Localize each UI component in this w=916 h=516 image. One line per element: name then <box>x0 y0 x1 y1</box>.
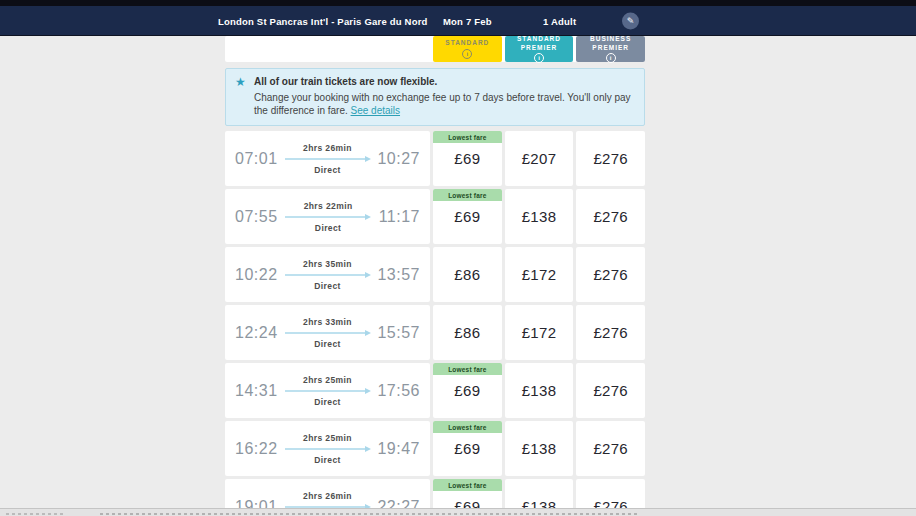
journey-duration: 2hrs 35min <box>303 259 352 269</box>
fare-price: £86 <box>454 324 480 341</box>
pencil-icon: ✎ <box>627 16 635 26</box>
fare-price: £207 <box>522 150 557 167</box>
journey-times-cell: 07:01 2hrs 26min Direct 10:27 <box>225 131 430 186</box>
fare-standard-premier-cell[interactable]: £207 <box>505 131 574 186</box>
fare-price: £172 <box>522 266 557 283</box>
lowest-fare-badge: Lowest fare <box>433 479 502 491</box>
fare-standard-cell[interactable]: Lowest fare £69 <box>433 131 502 186</box>
journey-mid-block: 2hrs 26min Direct <box>284 143 372 175</box>
see-details-link[interactable]: See details <box>351 105 400 116</box>
journey-stops: Direct <box>314 281 341 291</box>
journey-mid-block: 2hrs 35min Direct <box>284 259 372 291</box>
journey-arrow-icon <box>284 445 372 453</box>
info-icon[interactable]: i <box>534 53 544 63</box>
train-row: 10:22 2hrs 35min Direct 13:57 £86 £172 £… <box>225 247 645 302</box>
fare-class-header-row: STANDARD i STANDARD PREMIER i BUSINESS P… <box>225 36 645 62</box>
fare-standard-cell[interactable]: £86 <box>433 305 502 360</box>
results-panel: STANDARD i STANDARD PREMIER i BUSINESS P… <box>225 36 645 516</box>
fare-standard-premier-cell[interactable]: £172 <box>505 247 574 302</box>
fare-price: £276 <box>593 324 628 341</box>
tab-business-premier-label2: PREMIER <box>592 44 629 52</box>
journey-duration: 2hrs 25min <box>303 375 352 385</box>
journey-duration: 2hrs 33min <box>303 317 352 327</box>
journey-times-cell: 07:55 2hrs 22min Direct 11:17 <box>225 189 430 244</box>
fare-price: £69 <box>454 382 480 399</box>
fare-business-premier-cell[interactable]: £276 <box>576 305 645 360</box>
fare-standard-premier-cell[interactable]: £172 <box>505 305 574 360</box>
depart-time: 10:22 <box>235 266 278 284</box>
tab-standard[interactable]: STANDARD i <box>433 36 502 62</box>
fare-price: £276 <box>593 266 628 283</box>
journey-duration: 2hrs 26min <box>303 491 352 501</box>
journey-times-cell: 14:31 2hrs 25min Direct 17:56 <box>225 363 430 418</box>
arrive-time: 19:47 <box>377 440 420 458</box>
banner-title: All of our train tickets are now flexibl… <box>254 76 634 87</box>
depart-time: 14:31 <box>235 382 278 400</box>
fare-business-premier-cell[interactable]: £276 <box>576 421 645 476</box>
fare-price: £86 <box>454 266 480 283</box>
lowest-fare-badge: Lowest fare <box>433 189 502 201</box>
fare-price: £138 <box>522 382 557 399</box>
journey-times-cell: 12:24 2hrs 33min Direct 15:57 <box>225 305 430 360</box>
route-label: London St Pancras Int'l - Paris Gare du … <box>218 15 428 26</box>
travel-date-label: Mon 7 Feb <box>443 15 492 26</box>
fare-price: £69 <box>454 208 480 225</box>
clipped-footer-row <box>0 508 916 516</box>
fare-standard-cell[interactable]: Lowest fare £69 <box>433 189 502 244</box>
journey-duration: 2hrs 22min <box>304 201 353 211</box>
arrive-time: 10:27 <box>377 150 420 168</box>
fare-standard-cell[interactable]: Lowest fare £69 <box>433 363 502 418</box>
lowest-fare-badge: Lowest fare <box>433 421 502 433</box>
fare-business-premier-cell[interactable]: £276 <box>576 363 645 418</box>
fare-price: £172 <box>522 324 557 341</box>
tab-standard-premier-label: STANDARD <box>517 35 561 43</box>
passenger-count-label: 1 Adult <box>543 15 576 26</box>
arrive-time: 13:57 <box>377 266 420 284</box>
journey-mid-block: 2hrs 25min Direct <box>284 433 372 465</box>
journey-summary-bar: London St Pancras Int'l - Paris Gare du … <box>0 6 916 36</box>
info-icon[interactable]: i <box>606 53 616 63</box>
fare-standard-premier-cell[interactable]: £138 <box>505 421 574 476</box>
journey-arrow-icon <box>284 271 372 279</box>
fare-business-premier-cell[interactable]: £276 <box>576 131 645 186</box>
journey-duration: 2hrs 26min <box>303 143 352 153</box>
tab-business-premier[interactable]: BUSINESS PREMIER i <box>576 36 645 62</box>
journey-stops: Direct <box>315 223 342 233</box>
tab-business-premier-label: BUSINESS <box>590 35 631 43</box>
fare-standard-cell[interactable]: £86 <box>433 247 502 302</box>
fare-business-premier-cell[interactable]: £276 <box>576 189 645 244</box>
edit-search-button[interactable]: ✎ <box>622 12 639 29</box>
tab-standard-premier[interactable]: STANDARD PREMIER i <box>505 36 574 62</box>
star-icon: ★ <box>235 75 246 89</box>
info-icon[interactable]: i <box>462 49 472 59</box>
arrive-time: 11:17 <box>379 208 420 226</box>
journey-duration: 2hrs 25min <box>303 433 352 443</box>
banner-body-text: Change your booking with no exchange fee… <box>254 92 631 116</box>
journey-times-cell: 10:22 2hrs 35min Direct 13:57 <box>225 247 430 302</box>
journey-arrow-icon <box>284 213 372 221</box>
flexible-tickets-banner: ★ All of our train tickets are now flexi… <box>225 68 645 126</box>
train-row: 16:22 2hrs 25min Direct 19:47 Lowest far… <box>225 421 645 476</box>
journey-stops: Direct <box>314 397 341 407</box>
journey-arrow-icon <box>284 155 372 163</box>
train-row: 07:01 2hrs 26min Direct 10:27 Lowest far… <box>225 131 645 186</box>
fare-price: £138 <box>522 440 557 457</box>
fare-standard-premier-cell[interactable]: £138 <box>505 189 574 244</box>
journey-mid-block: 2hrs 25min Direct <box>284 375 372 407</box>
fare-business-premier-cell[interactable]: £276 <box>576 247 645 302</box>
train-row: 14:31 2hrs 25min Direct 17:56 Lowest far… <box>225 363 645 418</box>
journey-times-cell: 16:22 2hrs 25min Direct 19:47 <box>225 421 430 476</box>
tab-standard-premier-label2: PREMIER <box>521 44 558 52</box>
journey-mid-block: 2hrs 22min Direct <box>284 201 372 233</box>
journey-mid-block: 2hrs 33min Direct <box>284 317 372 349</box>
fare-class-tabs: STANDARD i STANDARD PREMIER i BUSINESS P… <box>433 36 645 62</box>
depart-time: 07:01 <box>235 150 278 168</box>
train-row: 07:55 2hrs 22min Direct 11:17 Lowest far… <box>225 189 645 244</box>
journey-stops: Direct <box>314 455 341 465</box>
fare-price: £276 <box>593 382 628 399</box>
depart-time: 12:24 <box>235 324 278 342</box>
arrive-time: 15:57 <box>377 324 420 342</box>
fare-standard-cell[interactable]: Lowest fare £69 <box>433 421 502 476</box>
arrive-time: 17:56 <box>377 382 420 400</box>
fare-standard-premier-cell[interactable]: £138 <box>505 363 574 418</box>
